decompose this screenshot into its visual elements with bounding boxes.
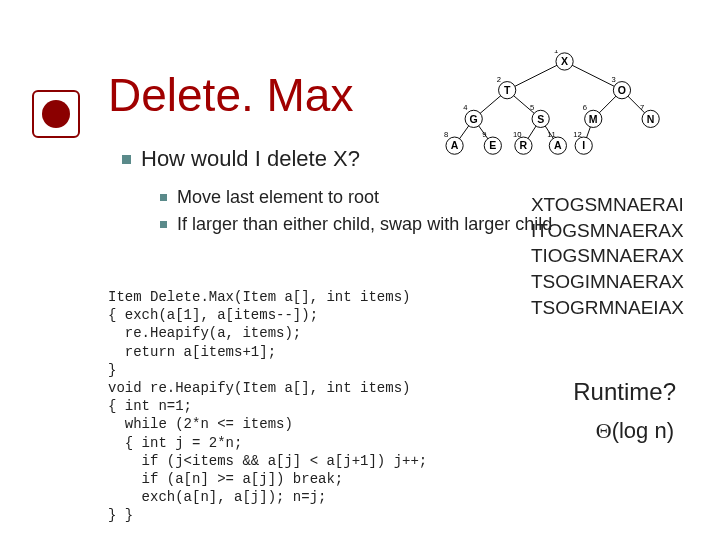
logo-circle [42,100,70,128]
svg-text:A: A [451,139,459,151]
svg-text:G: G [470,113,478,125]
svg-text:3: 3 [611,75,615,84]
sub-bullet-2: If larger than either child, swap with l… [160,213,552,236]
heap-state-list: XTOGSMNAERAI ITOGSMNAERAX TIOGSMNAERAX T… [531,192,684,320]
heap-state-1: XTOGSMNAERAI [531,192,684,218]
runtime-question: Runtime? [573,378,676,406]
heap-state-4: TSOGIMNAERAX [531,269,684,295]
svg-text:T: T [504,84,511,96]
svg-text:1: 1 [554,50,558,55]
bullet-icon [160,221,167,228]
sub-bullet-list: Move last element to root If larger than… [160,186,552,241]
svg-text:10: 10 [513,130,522,139]
svg-text:12: 12 [573,130,582,139]
svg-text:X: X [561,55,568,67]
svg-text:O: O [618,84,626,96]
heap-state-5: TSOGRMNAEIAX [531,295,684,321]
heap-state-3: TIOGSMNAERAX [531,243,684,269]
svg-text:4: 4 [463,103,468,112]
svg-text:7: 7 [640,103,644,112]
complexity-answer: Θ(log n) [596,418,674,444]
heap-tree-diagram: X1T2O3G4S5M6N7A8E9R10A11I12 [410,50,700,160]
slide-title: Delete. Max [108,68,353,122]
svg-text:N: N [647,113,655,125]
complexity-text: (log n) [612,418,674,443]
heap-state-2: ITOGSMNAERAX [531,218,684,244]
main-bullet-text: How would I delete X? [141,146,360,172]
svg-text:11: 11 [547,130,556,139]
svg-text:E: E [489,139,496,151]
svg-text:6: 6 [583,103,587,112]
sub-bullet-2-text: If larger than either child, swap with l… [177,213,552,236]
sub-bullet-1: Move last element to root [160,186,552,209]
svg-text:8: 8 [444,130,448,139]
svg-text:5: 5 [530,103,534,112]
svg-text:R: R [520,139,528,151]
svg-text:M: M [589,113,598,125]
theta-symbol: Θ [596,418,612,443]
university-logo [32,90,80,138]
bullet-icon [122,155,131,164]
code-block: Item Delete.Max(Item a[], int items) { e… [108,288,427,524]
sub-bullet-1-text: Move last element to root [177,186,379,209]
main-bullet: How would I delete X? [122,146,360,172]
svg-text:A: A [554,139,562,151]
svg-text:2: 2 [497,75,501,84]
bullet-icon [160,194,167,201]
svg-text:S: S [537,113,544,125]
svg-text:I: I [582,139,585,151]
svg-line-0 [507,61,564,90]
svg-text:9: 9 [482,130,486,139]
